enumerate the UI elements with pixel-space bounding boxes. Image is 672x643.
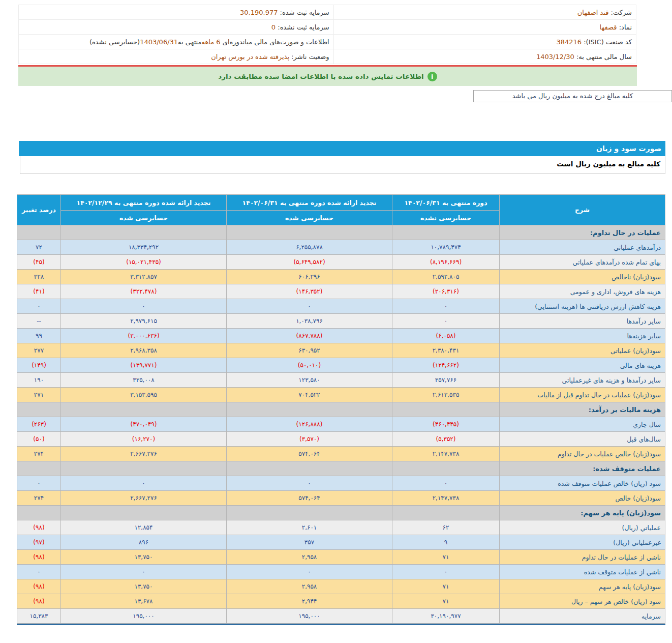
- value-cell: (۱۳۹,۷۷۱): [61, 358, 226, 372]
- value-cell: ۲,۶۰۱: [227, 520, 392, 535]
- statement-row: سود(زیان) عملیات در حال تداوم قبل از مال…: [17, 388, 665, 402]
- value-cell: [227, 461, 392, 476]
- change-percent-cell: [17, 225, 60, 240]
- section-row: سود(زیان) پایه هر سهم:: [17, 506, 665, 520]
- value-cell: ۳,۳۱۲,۸۵۷: [61, 270, 226, 284]
- change-percent-cell: (۴۱): [17, 284, 60, 299]
- value-cell: ۵۷۴,۰۶۴: [227, 491, 392, 505]
- isic-field: کد صنعت (ISIC): 384216: [333, 35, 636, 49]
- signed-data-banner-text: اطلاعات نمایش داده شده با اطلاعات امضا ش…: [218, 72, 424, 80]
- value-cell: [392, 461, 499, 476]
- value-cell: (۵۰,۰۱۰): [227, 358, 392, 372]
- section-row: عملیات در حال تداوم:: [17, 225, 665, 240]
- value-cell: (۴۶۰,۴۴۵): [392, 417, 499, 431]
- value-cell: [61, 402, 226, 417]
- statement-row: سود(زیان) خالص۲,۱۴۷,۷۳۸۵۷۴,۰۶۴۲,۶۶۷,۲۷۶۲…: [17, 491, 665, 505]
- row-label: سال‌هاي قبل: [500, 432, 665, 446]
- report-audit-text: (حسابرسی نشده): [89, 38, 140, 46]
- value-cell: [227, 506, 392, 520]
- change-percent-cell: (۹۷): [17, 535, 60, 549]
- amount-unit-note: کلیه مبالغ درج شده به میلیون ریال می باش…: [473, 90, 672, 102]
- value-cell: (۴۷۰,۰۴۹): [61, 417, 226, 431]
- registered-capital-label: سرمایه ثبت شده:: [280, 9, 329, 16]
- statement-row: سود (زیان) خالص هر سهم – ریال۷۱۲,۹۴۴۱۳,۶…: [17, 594, 665, 608]
- symbol-value: قصفها: [600, 23, 617, 31]
- value-cell: ۲,۹۵۸: [227, 550, 392, 564]
- change-percent-cell: ۰: [17, 565, 60, 579]
- change-percent-cell: (۵۰): [17, 432, 60, 446]
- statement-row: سود (زیان) خالص عملیات متوقف شده۰۰۰۰: [17, 476, 665, 490]
- row-label: عملیاتي (ریال): [500, 520, 665, 535]
- company-label: شرکت:: [611, 9, 632, 16]
- change-percent-cell: ۷۲: [17, 240, 60, 254]
- company-value: قند اصفهان: [577, 9, 609, 16]
- column-header-period-unaudited: دوره منتهی به ۱۴۰۲/۰۶/۳۱: [392, 195, 499, 210]
- value-cell: ۸۹۶: [61, 535, 226, 549]
- row-label: سود(زیان) پایه هر سهم: [500, 579, 665, 594]
- value-cell: ۳۰,۱۹۰,۹۷۷: [392, 609, 499, 623]
- symbol-field: نماد: قصفها: [333, 20, 636, 35]
- value-cell: ۲,۶۶۷,۲۷۶: [61, 447, 226, 461]
- statement-row: سال‌هاي قبل(۵,۳۵۲)(۳,۵۷۰)(۱۶,۲۷۰)(۵۰): [17, 432, 665, 446]
- info-row: سال مالی منتهی به: 1403/12/30 وضعیت ناشر…: [19, 49, 636, 64]
- subheader-audited: حسابرسی شده: [227, 211, 392, 225]
- units-note: کلیه مبالغ به میلیون ریال است: [20, 156, 665, 174]
- row-label: درآمدهاي عملياتي: [500, 240, 665, 254]
- value-cell: (۳۲۲,۴۷۸): [61, 284, 226, 299]
- change-percent-cell: ۹۹: [17, 329, 60, 343]
- value-cell: [392, 225, 499, 240]
- symbol-label: نماد:: [619, 23, 632, 31]
- value-cell: ۱۸,۳۳۴,۲۹۲: [61, 240, 226, 254]
- change-percent-cell: (۹۸): [17, 594, 60, 608]
- value-cell: ۱۰,۷۸۹,۴۷۴: [392, 240, 499, 254]
- value-cell: [392, 402, 499, 417]
- row-label: سایر هزینه‌ها: [500, 329, 665, 343]
- value-cell: ۱۹۵,۰۰۰: [227, 609, 392, 623]
- value-cell: ۶۳۰,۹۵۲: [227, 343, 392, 358]
- row-label: ناشي از عملیات در حال تداوم: [500, 550, 665, 564]
- registered-capital-value: 30,190,977: [240, 9, 278, 16]
- statement-row: ناشي از عملیات در حال تداوم۷۱۲,۹۵۸۱۳,۷۵۰…: [17, 550, 665, 564]
- value-cell: ۱۳,۷۵۰: [61, 550, 226, 564]
- value-cell: [61, 506, 226, 520]
- value-cell: [227, 402, 392, 417]
- statement-row: هزینه کاهش ارزش دریافتني ها (هزینه استثن…: [17, 299, 665, 313]
- value-cell: ۱۳,۶۷۸: [61, 594, 226, 608]
- statement-row: سرمایه۳۰,۱۹۰,۹۷۷۱۹۵,۰۰۰۱۹۵,۰۰۰۱۵,۳۸۳: [17, 609, 665, 623]
- row-label: سال جاري: [500, 417, 665, 431]
- statement-row: سود(زیان) خالص عملیات در حال تداوم۲,۱۴۷,…: [17, 447, 665, 461]
- report-date-value: 1403/06/31: [140, 38, 178, 46]
- value-cell: ۱۲۳,۵۸۰: [227, 373, 392, 387]
- statement-row: سایر درآمدها و هزینه های غیرعملیاتی۳۵۷,۷…: [17, 373, 665, 387]
- isic-label: کد صنعت (ISIC):: [584, 38, 632, 46]
- income-statement-table: شرح دوره منتهی به ۱۴۰۲/۰۶/۳۱ تجدید ارائه…: [17, 194, 665, 625]
- value-cell: ۳,۱۵۳,۵۹۵: [61, 388, 226, 402]
- value-cell: ۷۰۴,۵۲۲: [227, 388, 392, 402]
- value-cell: ۰: [227, 299, 392, 313]
- value-cell: ۰: [227, 565, 392, 579]
- publisher-status-field: وضعیت ناشر: پذیرفته شده در بورس تهران: [19, 49, 334, 64]
- subheader-audited: حسابرسی شده: [61, 211, 226, 225]
- fiscal-year-label: سال مالی منتهی به:: [576, 53, 632, 61]
- company-field: شرکت: قند اصفهان: [333, 5, 636, 20]
- statement-row: بهای تمام شده درآمدهاي عملياتي(۸,۱۹۶,۶۶۹…: [17, 255, 665, 269]
- report-type-field: اطلاعات و صورت‌های مالی میاندوره‌ای 6 ما…: [19, 35, 334, 49]
- statement-row: سال جاري(۴۶۰,۴۴۵)(۱۲۶,۸۸۸)(۴۷۰,۰۴۹)(۲۶۳): [17, 417, 665, 431]
- value-cell: ۶,۲۵۵,۸۷۸: [227, 240, 392, 254]
- row-label: سود (زیان) خالص عملیات متوقف شده: [500, 476, 665, 490]
- statement-title-bar: صورت سود و زیان: [19, 141, 665, 156]
- statement-row: ناشي از عملیات متوقف شده۰۰۰۰: [17, 565, 665, 579]
- value-cell: ۰: [227, 476, 392, 490]
- change-percent-cell: ۲۷۴: [17, 447, 60, 461]
- row-label: هزینه مالیات بر درآمد:: [500, 402, 665, 417]
- value-cell: (۳,۰۰۰,۶۳۶): [61, 329, 226, 343]
- row-label: ناشي از عملیات متوقف شده: [500, 565, 665, 579]
- value-cell: (۸۶۷,۷۸۸): [227, 329, 392, 343]
- row-label: سود(زیان) پایه هر سهم:: [500, 506, 665, 520]
- row-label: بهای تمام شده درآمدهاي عملياتي: [500, 255, 665, 269]
- value-cell: ۰: [61, 299, 226, 313]
- change-percent-cell: ۲۷۷: [17, 343, 60, 358]
- page: شرکت: قند اصفهان سرمایه ثبت شده: 30,190,…: [0, 5, 672, 625]
- row-label: هزینه کاهش ارزش دریافتني ها (هزینه استثن…: [500, 299, 665, 313]
- value-cell: ۰: [392, 565, 499, 579]
